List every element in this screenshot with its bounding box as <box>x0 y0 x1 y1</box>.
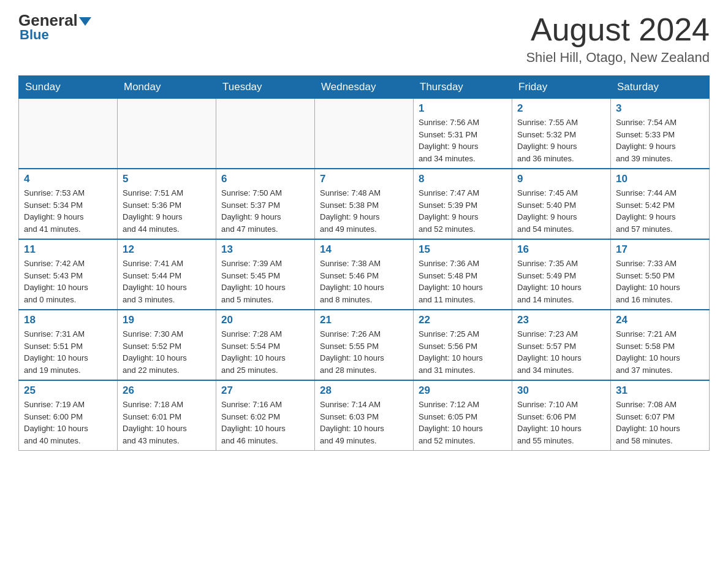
day-info: Sunrise: 7:50 AMSunset: 5:37 PMDaylight:… <box>221 187 309 235</box>
table-row: 13Sunrise: 7:39 AMSunset: 5:45 PMDayligh… <box>216 239 315 310</box>
day-info: Sunrise: 7:44 AMSunset: 5:42 PMDaylight:… <box>616 187 704 235</box>
table-row <box>315 99 414 169</box>
table-row: 27Sunrise: 7:16 AMSunset: 6:02 PMDayligh… <box>216 380 315 451</box>
day-info: Sunrise: 7:18 AMSunset: 6:01 PMDaylight:… <box>123 399 211 446</box>
calendar-week-row: 1Sunrise: 7:56 AMSunset: 5:31 PMDaylight… <box>19 99 710 169</box>
table-row: 22Sunrise: 7:25 AMSunset: 5:56 PMDayligh… <box>414 310 512 380</box>
day-info: Sunrise: 7:21 AMSunset: 5:58 PMDaylight:… <box>616 328 704 376</box>
table-row: 5Sunrise: 7:51 AMSunset: 5:36 PMDaylight… <box>118 169 216 239</box>
table-row: 1Sunrise: 7:56 AMSunset: 5:31 PMDaylight… <box>414 99 512 169</box>
col-monday: Monday <box>118 76 216 99</box>
day-number: 21 <box>320 314 408 326</box>
logo-general-text: General <box>18 12 78 28</box>
calendar-week-row: 4Sunrise: 7:53 AMSunset: 5:34 PMDaylight… <box>19 169 710 239</box>
month-year-heading: August 2024 <box>526 12 710 47</box>
location-text: Shiel Hill, Otago, New Zealand <box>526 50 710 66</box>
day-info: Sunrise: 7:51 AMSunset: 5:36 PMDaylight:… <box>123 187 211 235</box>
day-number: 17 <box>616 243 704 256</box>
table-row: 21Sunrise: 7:26 AMSunset: 5:55 PMDayligh… <box>315 310 414 380</box>
table-row: 19Sunrise: 7:30 AMSunset: 5:52 PMDayligh… <box>118 310 216 380</box>
table-row: 30Sunrise: 7:10 AMSunset: 6:06 PMDayligh… <box>512 380 611 451</box>
day-info: Sunrise: 7:14 AMSunset: 6:03 PMDaylight:… <box>320 399 408 446</box>
header: General Blue August 2024 Shiel Hill, Ota… <box>18 12 710 66</box>
col-tuesday: Tuesday <box>216 76 315 99</box>
day-number: 9 <box>517 173 605 185</box>
calendar-week-row: 11Sunrise: 7:42 AMSunset: 5:43 PMDayligh… <box>19 239 710 310</box>
day-number: 11 <box>24 243 112 256</box>
calendar-header-row: Sunday Monday Tuesday Wednesday Thursday… <box>19 76 710 99</box>
day-number: 8 <box>419 173 507 185</box>
table-row: 3Sunrise: 7:54 AMSunset: 5:33 PMDaylight… <box>611 99 710 169</box>
col-friday: Friday <box>512 76 611 99</box>
day-number: 1 <box>419 102 507 115</box>
day-number: 16 <box>517 243 605 256</box>
day-info: Sunrise: 7:48 AMSunset: 5:38 PMDaylight:… <box>320 187 408 235</box>
day-number: 6 <box>221 173 309 185</box>
day-number: 4 <box>24 173 112 185</box>
day-info: Sunrise: 7:31 AMSunset: 5:51 PMDaylight:… <box>24 328 112 376</box>
table-row <box>19 99 118 169</box>
table-row: 2Sunrise: 7:55 AMSunset: 5:32 PMDaylight… <box>512 99 611 169</box>
table-row: 4Sunrise: 7:53 AMSunset: 5:34 PMDaylight… <box>19 169 118 239</box>
day-number: 13 <box>221 243 309 256</box>
day-info: Sunrise: 7:42 AMSunset: 5:43 PMDaylight:… <box>24 258 112 305</box>
day-info: Sunrise: 7:23 AMSunset: 5:57 PMDaylight:… <box>517 328 605 376</box>
day-info: Sunrise: 7:16 AMSunset: 6:02 PMDaylight:… <box>221 399 309 446</box>
day-number: 30 <box>517 385 605 397</box>
day-info: Sunrise: 7:19 AMSunset: 6:00 PMDaylight:… <box>24 399 112 446</box>
table-row: 17Sunrise: 7:33 AMSunset: 5:50 PMDayligh… <box>611 239 710 310</box>
col-thursday: Thursday <box>414 76 512 99</box>
col-saturday: Saturday <box>611 76 710 99</box>
day-number: 14 <box>320 243 408 256</box>
day-number: 28 <box>320 385 408 397</box>
day-info: Sunrise: 7:56 AMSunset: 5:31 PMDaylight:… <box>419 117 507 164</box>
day-info: Sunrise: 7:55 AMSunset: 5:32 PMDaylight:… <box>517 117 605 164</box>
title-area: August 2024 Shiel Hill, Otago, New Zeala… <box>526 12 710 66</box>
table-row: 20Sunrise: 7:28 AMSunset: 5:54 PMDayligh… <box>216 310 315 380</box>
day-number: 15 <box>419 243 507 256</box>
col-wednesday: Wednesday <box>315 76 414 99</box>
table-row: 8Sunrise: 7:47 AMSunset: 5:39 PMDaylight… <box>414 169 512 239</box>
calendar-week-row: 18Sunrise: 7:31 AMSunset: 5:51 PMDayligh… <box>19 310 710 380</box>
day-info: Sunrise: 7:38 AMSunset: 5:46 PMDaylight:… <box>320 258 408 305</box>
table-row: 16Sunrise: 7:35 AMSunset: 5:49 PMDayligh… <box>512 239 611 310</box>
day-number: 20 <box>221 314 309 326</box>
table-row: 7Sunrise: 7:48 AMSunset: 5:38 PMDaylight… <box>315 169 414 239</box>
table-row: 26Sunrise: 7:18 AMSunset: 6:01 PMDayligh… <box>118 380 216 451</box>
calendar-week-row: 25Sunrise: 7:19 AMSunset: 6:00 PMDayligh… <box>19 380 710 451</box>
table-row: 9Sunrise: 7:45 AMSunset: 5:40 PMDaylight… <box>512 169 611 239</box>
day-number: 23 <box>517 314 605 326</box>
day-info: Sunrise: 7:54 AMSunset: 5:33 PMDaylight:… <box>616 117 704 164</box>
day-info: Sunrise: 7:45 AMSunset: 5:40 PMDaylight:… <box>517 187 605 235</box>
table-row: 23Sunrise: 7:23 AMSunset: 5:57 PMDayligh… <box>512 310 611 380</box>
table-row: 6Sunrise: 7:50 AMSunset: 5:37 PMDaylight… <box>216 169 315 239</box>
calendar-table: Sunday Monday Tuesday Wednesday Thursday… <box>18 75 710 451</box>
day-info: Sunrise: 7:35 AMSunset: 5:49 PMDaylight:… <box>517 258 605 305</box>
day-info: Sunrise: 7:28 AMSunset: 5:54 PMDaylight:… <box>221 328 309 376</box>
logo-blue-text: Blue <box>20 27 49 43</box>
table-row: 29Sunrise: 7:12 AMSunset: 6:05 PMDayligh… <box>414 380 512 451</box>
day-number: 2 <box>517 102 605 115</box>
day-info: Sunrise: 7:10 AMSunset: 6:06 PMDaylight:… <box>517 399 605 446</box>
col-sunday: Sunday <box>19 76 118 99</box>
day-info: Sunrise: 7:47 AMSunset: 5:39 PMDaylight:… <box>419 187 507 235</box>
day-info: Sunrise: 7:12 AMSunset: 6:05 PMDaylight:… <box>419 399 507 446</box>
day-info: Sunrise: 7:41 AMSunset: 5:44 PMDaylight:… <box>123 258 211 305</box>
day-number: 10 <box>616 173 704 185</box>
day-info: Sunrise: 7:25 AMSunset: 5:56 PMDaylight:… <box>419 328 507 376</box>
day-number: 22 <box>419 314 507 326</box>
day-number: 27 <box>221 385 309 397</box>
day-info: Sunrise: 7:08 AMSunset: 6:07 PMDaylight:… <box>616 399 704 446</box>
day-info: Sunrise: 7:30 AMSunset: 5:52 PMDaylight:… <box>123 328 211 376</box>
day-number: 7 <box>320 173 408 185</box>
table-row: 24Sunrise: 7:21 AMSunset: 5:58 PMDayligh… <box>611 310 710 380</box>
day-number: 12 <box>123 243 211 256</box>
day-number: 19 <box>123 314 211 326</box>
logo: General Blue <box>18 12 91 43</box>
day-number: 18 <box>24 314 112 326</box>
table-row <box>216 99 315 169</box>
day-number: 31 <box>616 385 704 397</box>
table-row: 14Sunrise: 7:38 AMSunset: 5:46 PMDayligh… <box>315 239 414 310</box>
day-number: 26 <box>123 385 211 397</box>
table-row <box>118 99 216 169</box>
